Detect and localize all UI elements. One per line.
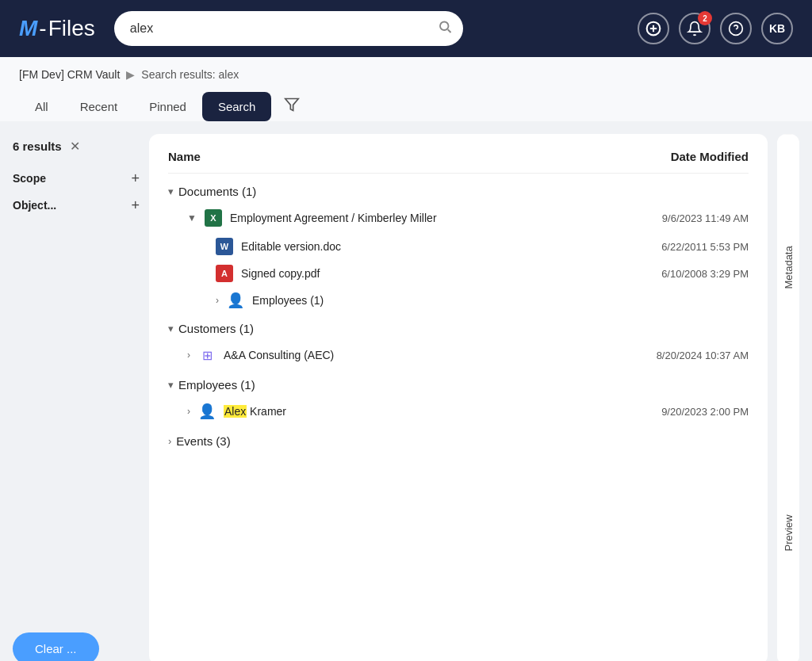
breadcrumb-search-results: Search results: alex	[141, 68, 239, 81]
group-documents-chevron: ▾	[168, 185, 174, 197]
scope-section: Scope +	[13, 171, 140, 185]
sub-left: W Editable version.doc	[216, 238, 341, 255]
object-add-button[interactable]: +	[131, 198, 140, 212]
svg-point-0	[440, 22, 449, 31]
employment-agreement-date: 9/6/2023 11:49 AM	[662, 212, 749, 224]
alex-highlight: Alex	[224, 405, 247, 418]
employees-nested-name: Employees (1)	[252, 294, 324, 307]
sidebar-bottom: Clear ...	[13, 617, 140, 661]
tabs: All Recent Pinned Search	[19, 92, 793, 121]
breadcrumb: [FM Dev] CRM Vault ▶ Search results: ale…	[19, 68, 793, 81]
result-left: ▼ X Employment Agreement / Kimberley Mil…	[187, 209, 437, 227]
result-left: › ⊞ A&A Consulting (AEC)	[187, 346, 334, 364]
consulting-date: 8/20/2024 10:37 AM	[657, 350, 749, 361]
consulting-chevron-icon: ›	[187, 350, 190, 361]
svg-line-1	[448, 29, 451, 32]
sidebar: 6 results ✕ Scope + Object... + Clear ..…	[13, 134, 140, 661]
search-bar	[114, 11, 463, 46]
tab-metadata[interactable]: Metadata	[777, 134, 799, 400]
consulting-name: A&A Consulting (AEC)	[224, 349, 334, 361]
help-button[interactable]	[720, 13, 752, 44]
excel-icon: X	[205, 209, 222, 227]
tab-recent[interactable]: Recent	[64, 92, 134, 121]
group-customers-chevron: ▾	[168, 323, 174, 334]
object-section: Object... +	[13, 198, 140, 212]
sub-left: A Signed copy.pdf	[216, 265, 320, 282]
employment-agreement-name: Employment Agreement / Kimberley Miller	[230, 212, 437, 224]
group-employees-label: Employees (1)	[178, 378, 255, 392]
header-actions: 2 KB	[638, 13, 793, 44]
header: M - Files 2 KB	[0, 0, 812, 57]
logo-m: M	[19, 16, 37, 41]
alex-kramer-date: 9/20/2023 2:00 PM	[661, 406, 749, 418]
results-count-label: 6 results	[13, 139, 62, 153]
sub-left: › 👤 Employees (1)	[216, 292, 324, 309]
grid-icon: ⊞	[198, 346, 216, 364]
results-panel: Name Date Modified ▾ Documents (1) ▼ X E…	[149, 134, 768, 661]
svg-marker-7	[285, 99, 299, 111]
search-submit-button[interactable]	[438, 20, 452, 38]
group-events-chevron: ›	[168, 435, 171, 447]
object-label: Object...	[13, 199, 56, 212]
group-documents-label: Documents (1)	[178, 185, 256, 198]
list-item[interactable]: › 👤 Alex Kramer 9/20/2023 2:00 PM	[168, 396, 749, 426]
group-events[interactable]: › Events (3)	[168, 426, 749, 453]
signed-copy-date: 6/10/2008 3:29 PM	[661, 268, 749, 280]
group-customers-label: Customers (1)	[178, 322, 254, 335]
word-icon: W	[216, 238, 233, 255]
main-content: 6 results ✕ Scope + Object... + Clear ..…	[0, 121, 812, 661]
filter-button[interactable]	[278, 94, 306, 120]
editable-version-name: Editable version.doc	[241, 240, 341, 253]
col-date-header: Date Modified	[671, 150, 749, 163]
logo: M - Files	[19, 16, 95, 41]
employees-nested-chevron-icon: ›	[216, 295, 219, 306]
user-avatar-button[interactable]: KB	[761, 13, 793, 44]
notifications-button[interactable]: 2	[679, 13, 710, 44]
group-documents[interactable]: ▾ Documents (1)	[168, 177, 749, 203]
vault-name: [FM Dev] CRM Vault	[19, 68, 120, 81]
employment-chevron-icon: ▼	[187, 212, 197, 224]
list-item[interactable]: ▼ X Employment Agreement / Kimberley Mil…	[168, 203, 749, 233]
add-button[interactable]	[638, 13, 669, 44]
col-name-header: Name	[168, 150, 201, 163]
close-results-button[interactable]: ✕	[68, 137, 82, 155]
pdf-icon: A	[216, 265, 233, 282]
scope-add-button[interactable]: +	[131, 171, 140, 185]
column-headers: Name Date Modified	[168, 150, 749, 174]
list-item[interactable]: › ⊞ A&A Consulting (AEC) 8/20/2024 10:37…	[168, 340, 749, 370]
tab-all[interactable]: All	[19, 92, 64, 121]
logo-files: Files	[48, 16, 95, 41]
search-input[interactable]	[114, 11, 463, 46]
right-tabs: Metadata Preview	[777, 134, 799, 661]
alex-kramer-name: Alex Kramer	[224, 405, 286, 418]
group-events-label: Events (3)	[176, 434, 230, 448]
tab-pinned[interactable]: Pinned	[133, 92, 202, 121]
breadcrumb-container: [FM Dev] CRM Vault ▶ Search results: ale…	[0, 57, 812, 121]
list-item[interactable]: W Editable version.doc 6/22/2011 5:53 PM	[168, 233, 749, 260]
alex-person-icon: 👤	[198, 403, 216, 420]
results-count: 6 results ✕	[13, 137, 140, 155]
notification-badge: 2	[698, 11, 712, 25]
alex-chevron-icon: ›	[187, 406, 190, 417]
editable-version-date: 6/22/2011 5:53 PM	[661, 241, 749, 253]
group-employees[interactable]: ▾ Employees (1)	[168, 370, 749, 396]
tab-preview[interactable]: Preview	[777, 400, 799, 662]
clear-button[interactable]: Clear ...	[13, 632, 99, 661]
person-icon: 👤	[227, 292, 244, 309]
group-customers[interactable]: ▾ Customers (1)	[168, 314, 749, 340]
breadcrumb-arrow: ▶	[126, 68, 135, 81]
result-left: › 👤 Alex Kramer	[187, 403, 286, 420]
tab-search[interactable]: Search	[202, 92, 272, 121]
scope-label: Scope	[13, 172, 46, 185]
logo-dash: -	[39, 16, 46, 41]
list-item[interactable]: › 👤 Employees (1)	[168, 287, 749, 314]
group-employees-chevron: ▾	[168, 379, 174, 391]
signed-copy-name: Signed copy.pdf	[241, 267, 320, 280]
list-item[interactable]: A Signed copy.pdf 6/10/2008 3:29 PM	[168, 260, 749, 287]
